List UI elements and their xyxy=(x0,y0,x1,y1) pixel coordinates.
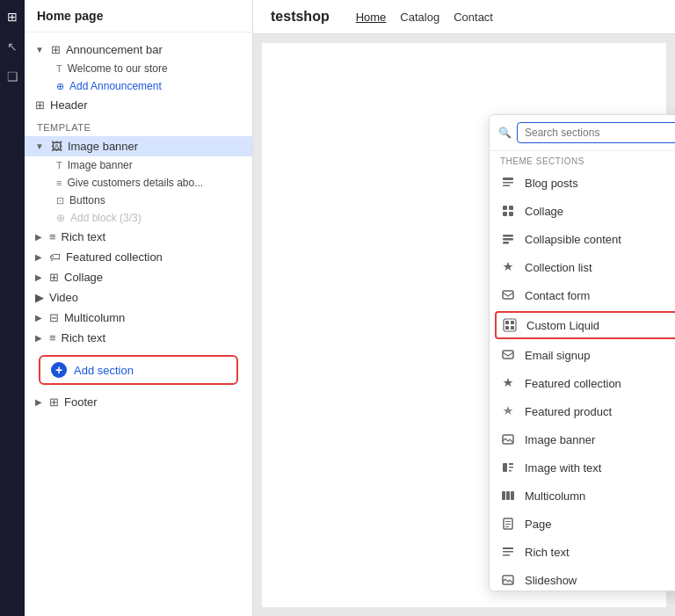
section-slideshow[interactable]: Slideshow xyxy=(490,566,675,591)
store-nav: Home Catalog Contact xyxy=(356,11,493,24)
featured-collection-arrow-icon: ▶ xyxy=(35,252,42,262)
footer-arrow-icon: ▶ xyxy=(35,397,42,407)
add-section-button[interactable]: + Add section xyxy=(39,355,238,385)
svg-rect-20 xyxy=(509,467,513,468)
sidebar-item-footer[interactable]: ▶ ⊞ Footer xyxy=(25,392,252,412)
svg-rect-5 xyxy=(503,212,507,216)
collapsible-content-label: Collapsible content xyxy=(525,233,621,246)
svg-rect-11 xyxy=(504,319,516,331)
rich-text-2-label: Rich text xyxy=(62,331,243,344)
blog-posts-icon xyxy=(500,175,516,191)
nav-contact[interactable]: Contact xyxy=(454,11,493,24)
section-collapsible-content[interactable]: Collapsible content xyxy=(490,225,675,253)
add-section-label: Add section xyxy=(74,364,134,377)
page-icon xyxy=(500,516,516,532)
template-label: TEMPLATE xyxy=(25,115,252,136)
store-name: testshop xyxy=(271,9,330,25)
svg-rect-14 xyxy=(505,326,509,330)
sidebar-item-rich-text-1[interactable]: ▶ ≡ Rich text xyxy=(25,227,252,247)
section-page[interactable]: Page xyxy=(490,510,675,538)
nav-catalog[interactable]: Catalog xyxy=(400,11,439,24)
text-icon: T xyxy=(56,63,62,74)
sidebar-item-welcome[interactable]: T Welcome to our store xyxy=(25,60,252,77)
expand-arrow-icon: ▼ xyxy=(35,141,44,151)
section-custom-liquid[interactable]: Custom Liquid xyxy=(495,311,675,339)
section-image-banner[interactable]: Image banner xyxy=(490,425,675,453)
dropdown-search-container: 🔍 xyxy=(490,115,675,151)
sidebar-item-video[interactable]: ▶ Video xyxy=(25,287,252,308)
give-customers-label: Give customers details abo... xyxy=(67,177,203,189)
section-rich-text[interactable]: Rich text xyxy=(490,538,675,566)
sidebar-item-image-banner[interactable]: ▼ 🖼 Image banner xyxy=(25,136,252,156)
section-featured-collection[interactable]: Featured collection xyxy=(490,369,675,397)
svg-rect-7 xyxy=(503,235,513,237)
custom-liquid-label: Custom Liquid xyxy=(526,319,599,332)
svg-rect-19 xyxy=(509,463,513,465)
sidebar: Home page ▼ ⊞ Announcement bar T Welcome… xyxy=(25,0,253,616)
sidebar-item-featured-collection[interactable]: ▶ 🏷 Featured collection xyxy=(25,247,252,267)
blog-posts-label: Blog posts xyxy=(525,177,578,190)
sidebar-item-header[interactable]: ⊞ Header xyxy=(25,95,252,115)
svg-rect-21 xyxy=(509,470,512,472)
add-section-plus-icon: + xyxy=(51,362,67,378)
section-blog-posts[interactable]: Blog posts xyxy=(490,169,675,197)
svg-rect-4 xyxy=(509,206,513,210)
buttons-icon: ⊡ xyxy=(56,195,64,207)
nav-home[interactable]: Home xyxy=(356,11,387,24)
slideshow-label: Slideshow xyxy=(525,574,577,587)
collage-item-icon xyxy=(500,203,516,219)
section-contact-form[interactable]: Contact form xyxy=(490,281,675,309)
collage-arrow-icon: ▶ xyxy=(35,272,42,282)
featured-collection-label: Featured collection xyxy=(66,250,243,264)
list-icon: ≡ xyxy=(56,178,62,188)
sidebar-item-multicolumn[interactable]: ▶ ⊟ Multicolumn xyxy=(25,308,252,328)
sidebar-item-collage[interactable]: ▶ ⊞ Collage xyxy=(25,267,252,287)
sidebar-item-announcement-bar[interactable]: ▼ ⊞ Announcement bar xyxy=(25,40,252,60)
section-image-with-text[interactable]: Image with text xyxy=(490,453,675,482)
cursor-icon[interactable]: ↖ xyxy=(3,37,22,56)
video-icon: ▶ xyxy=(35,291,44,304)
sidebar-item-add-announcement[interactable]: ⊕ Add Announcement xyxy=(25,77,252,95)
section-multicolumn[interactable]: Multicolumn xyxy=(490,482,675,510)
image-with-text-icon xyxy=(500,460,516,475)
email-signup-label: Email signup xyxy=(525,349,590,362)
svg-rect-24 xyxy=(511,491,514,500)
rich-text-item-icon xyxy=(500,544,516,560)
contact-form-icon xyxy=(500,287,516,303)
rich-text-2-icon: ≡ xyxy=(49,331,56,344)
sidebar-item-give-customers[interactable]: ≡ Give customers details abo... xyxy=(25,174,252,192)
search-sections-input[interactable] xyxy=(517,122,675,143)
collapsible-icon xyxy=(500,231,516,247)
svg-rect-16 xyxy=(503,351,513,359)
svg-rect-15 xyxy=(511,326,514,330)
svg-rect-28 xyxy=(505,526,509,527)
announcement-bar-label: Announcement bar xyxy=(66,43,243,56)
section-featured-product[interactable]: Featured product xyxy=(490,397,675,425)
add-announcement-label: Add Announcement xyxy=(69,80,162,92)
section-collage[interactable]: Collage xyxy=(490,197,675,225)
featured-collection-icon: 🏷 xyxy=(49,250,61,264)
sidebar-item-rich-text-2[interactable]: ▶ ≡ Rich text xyxy=(25,328,252,348)
svg-rect-27 xyxy=(505,524,511,525)
sections-list: Blog posts Collage Collapsible content C… xyxy=(490,169,675,591)
email-signup-icon xyxy=(500,347,516,363)
featured-product-label: Featured product xyxy=(525,405,612,418)
sidebar-content: ▼ ⊞ Announcement bar T Welcome to our st… xyxy=(25,33,252,616)
rich-text-icon: ≡ xyxy=(49,230,56,243)
sidebar-item-buttons[interactable]: ⊡ Buttons xyxy=(25,192,252,209)
image-banner-icon: 🖼 xyxy=(51,140,62,153)
multicolumn-item-icon xyxy=(500,488,516,504)
grid-icon[interactable]: ⊞ xyxy=(3,7,22,26)
svg-rect-9 xyxy=(503,242,509,244)
featured-collection-item-icon xyxy=(500,375,516,391)
svg-rect-22 xyxy=(502,491,505,500)
sidebar-item-image-banner-sub[interactable]: T Image banner xyxy=(25,156,252,174)
main-area: testshop Home Catalog Contact → 🔍 THEME … xyxy=(253,0,675,616)
image-banner-label: Image banner xyxy=(68,140,243,153)
svg-rect-18 xyxy=(503,463,507,472)
section-collection-list[interactable]: Collection list xyxy=(490,253,675,281)
store-preview-header: testshop Home Catalog Contact xyxy=(253,0,675,34)
section-email-signup[interactable]: Email signup xyxy=(490,341,675,369)
video-label: Video xyxy=(49,291,243,304)
layers-icon[interactable]: ❏ xyxy=(3,67,22,86)
